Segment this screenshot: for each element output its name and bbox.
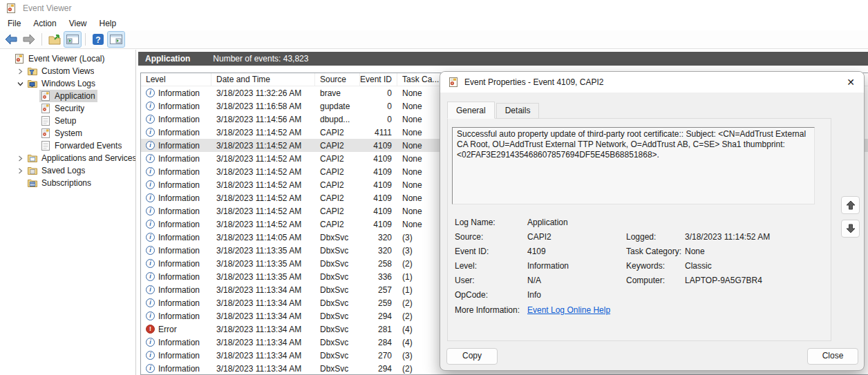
sidebar-item-application[interactable]: Application: [0, 90, 135, 102]
date-cell: 3/18/2023 11:13:34 AM: [211, 311, 315, 321]
column-header-task-category[interactable]: Task Ca...: [397, 73, 440, 86]
column-header-event-id[interactable]: Event ID: [360, 73, 397, 86]
level-label: Information: [158, 311, 200, 321]
tree-node[interactable]: Applications and Services Lo: [26, 152, 136, 164]
event-id-cell: 320: [360, 246, 397, 256]
information-icon: i: [146, 338, 155, 347]
sidebar-item-windows-logs[interactable]: Windows Logs: [0, 77, 135, 90]
forward-icon[interactable]: [21, 32, 37, 47]
tree-node[interactable]: Event Viewer (Local): [13, 52, 107, 65]
level-cell: iInformation: [141, 233, 211, 242]
dialog-titlebar: Event Properties - Event 4109, CAPI2 ✕: [440, 72, 864, 93]
window-title: Event Viewer: [23, 3, 71, 13]
sidebar-item-setup[interactable]: Setup: [0, 115, 135, 127]
information-icon: i: [146, 311, 155, 320]
sidebar-item-system[interactable]: System: [0, 127, 135, 140]
menu-file[interactable]: File: [1, 17, 27, 30]
tab-details[interactable]: Details: [496, 103, 540, 119]
sidebar-item-forwarded-events[interactable]: Forwarded Events: [0, 140, 135, 152]
chevron-right-icon[interactable]: [15, 68, 26, 75]
events-count: Number of events: 43,823: [213, 54, 308, 64]
event-description[interactable]: Successful auto property update of third…: [452, 127, 815, 204]
level-label: Information: [158, 364, 200, 374]
log-icon: [40, 128, 51, 139]
sidebar-item-event-viewer-local[interactable]: Event Viewer (Local): [0, 52, 135, 65]
menu-action[interactable]: Action: [27, 17, 62, 30]
tree-node[interactable]: Application: [39, 90, 97, 102]
task-category-cell: (4): [397, 325, 440, 334]
date-cell: 3/18/2023 11:14:05 AM: [211, 233, 315, 242]
copy-button[interactable]: Copy: [446, 348, 498, 365]
event-id-cell: 4109: [360, 206, 397, 216]
task-category-cell: None: [397, 115, 440, 124]
sidebar-item-saved-logs[interactable]: Saved Logs: [0, 164, 135, 177]
field-value-task-category: None: [685, 247, 705, 256]
level-label: Information: [158, 115, 200, 124]
event-id-cell: 0: [360, 115, 397, 124]
date-cell: 3/18/2023 11:13:34 AM: [211, 325, 315, 334]
tree-node[interactable]: Windows Logs: [26, 77, 97, 90]
event-id-cell: 4109: [360, 193, 397, 203]
sidebar-item-subscriptions[interactable]: Subscriptions: [0, 177, 135, 189]
console-tree-toggle-icon[interactable]: [64, 32, 81, 47]
menu-help[interactable]: Help: [93, 17, 123, 30]
titlebar: Event Viewer: [0, 0, 868, 17]
information-icon: i: [146, 220, 155, 229]
close-icon[interactable]: ✕: [845, 77, 856, 88]
task-category-cell: (1): [397, 285, 440, 295]
field-label-task-category: Task Category:: [626, 247, 681, 256]
export-icon[interactable]: [46, 32, 63, 47]
task-category-cell: None: [397, 128, 440, 137]
column-header-source[interactable]: Source: [315, 73, 360, 86]
source-cell: DbxSvc: [315, 311, 360, 321]
information-icon: i: [146, 298, 155, 307]
field-value-log-name: Application: [527, 218, 568, 227]
chevron-down-icon[interactable]: [15, 81, 26, 87]
level-cell: iInformation: [141, 351, 211, 360]
sidebar-item-security[interactable]: Security: [0, 102, 135, 115]
app-icon: [6, 3, 17, 14]
action-pane-toggle-icon[interactable]: [108, 32, 124, 47]
level-cell: iInformation: [141, 141, 211, 151]
tree-node[interactable]: Forwarded Events: [39, 140, 124, 152]
chevron-right-icon[interactable]: [15, 155, 26, 162]
tree-node[interactable]: System: [39, 127, 84, 140]
back-icon[interactable]: [3, 32, 19, 47]
source-cell: DbxSvc: [315, 233, 360, 242]
source-cell: DbxSvc: [315, 351, 360, 360]
sidebar-item-applications-and-services-lo[interactable]: Applications and Services Lo: [0, 152, 135, 164]
tree-item-label: Subscriptions: [41, 178, 91, 188]
tree-node[interactable]: Subscriptions: [26, 177, 93, 189]
tab-general[interactable]: General: [447, 102, 495, 119]
date-cell: 3/18/2023 11:13:34 AM: [211, 298, 315, 308]
task-category-cell: (3): [397, 351, 440, 360]
column-header-level[interactable]: Level: [141, 73, 211, 86]
event-id-cell: 336: [360, 272, 397, 282]
tree-node[interactable]: Setup: [39, 115, 78, 127]
field-label-opcode: OpCode:: [455, 290, 488, 300]
information-icon: i: [146, 102, 155, 110]
level-cell: iInformation: [141, 298, 211, 308]
event-id-cell: 4109: [360, 154, 397, 164]
previous-event-button[interactable]: [841, 196, 860, 214]
menu-view[interactable]: View: [63, 17, 93, 30]
level-label: Information: [158, 233, 200, 242]
tree-node[interactable]: Custom Views: [26, 65, 96, 77]
level-cell: iInformation: [141, 259, 211, 269]
information-icon: i: [146, 88, 155, 97]
tree-node[interactable]: Security: [39, 102, 86, 115]
event-log-online-help-link[interactable]: Event Log Online Help: [527, 305, 610, 315]
help-icon[interactable]: ?: [90, 32, 106, 47]
tree-node[interactable]: Saved Logs: [26, 164, 87, 177]
next-event-button[interactable]: [841, 220, 860, 238]
date-cell: 3/18/2023 11:14:52 AM: [211, 167, 315, 177]
toolbar: ?: [0, 30, 868, 49]
information-icon: i: [146, 259, 155, 268]
column-header-date[interactable]: Date and Time: [211, 73, 315, 86]
date-cell: 3/18/2023 11:14:52 AM: [211, 193, 315, 203]
close-button[interactable]: Close: [807, 348, 858, 365]
dialog-title: Event Properties - Event 4109, CAPI2: [464, 77, 840, 87]
level-label: Information: [158, 298, 200, 308]
chevron-right-icon[interactable]: [15, 168, 26, 174]
sidebar-item-custom-views[interactable]: Custom Views: [0, 65, 135, 77]
